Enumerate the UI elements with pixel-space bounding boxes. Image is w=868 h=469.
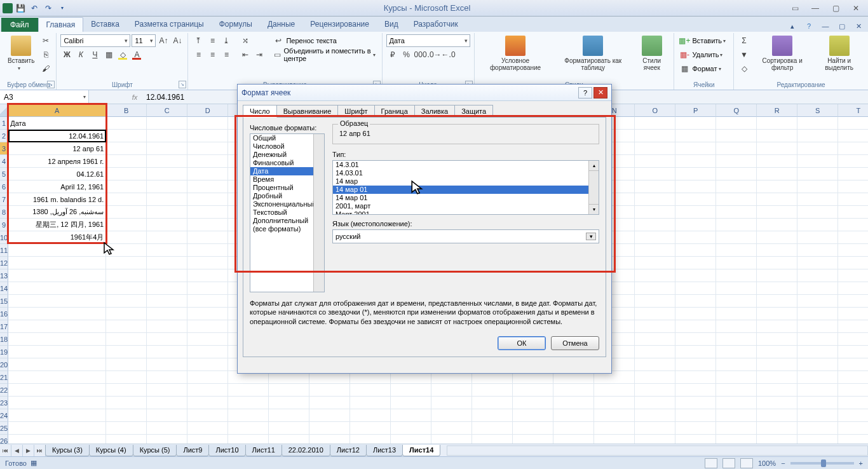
cell[interactable]: [147, 282, 187, 295]
cell[interactable]: [716, 155, 757, 168]
cell[interactable]: [716, 384, 757, 397]
cell[interactable]: [8, 358, 106, 371]
cell[interactable]: [757, 308, 797, 320]
cell[interactable]: Дата: [8, 117, 106, 130]
border-icon[interactable]: ▦: [102, 48, 115, 61]
cell[interactable]: [838, 269, 868, 282]
cell[interactable]: [106, 346, 147, 358]
cell[interactable]: [757, 231, 797, 244]
cell[interactable]: [757, 219, 797, 231]
cancel-button[interactable]: Отмена: [551, 336, 599, 350]
cell[interactable]: [838, 371, 868, 384]
row-header[interactable]: 8: [0, 206, 8, 219]
cell[interactable]: [431, 409, 472, 422]
cell[interactable]: [147, 409, 187, 422]
font-launcher[interactable]: ↘: [179, 81, 186, 88]
win-close-icon[interactable]: ✕: [853, 20, 864, 32]
decrease-font-icon[interactable]: A↓: [171, 34, 184, 47]
cell[interactable]: [757, 180, 797, 193]
row-header[interactable]: 22: [0, 384, 8, 397]
ribbon-tab-1[interactable]: Вставка: [83, 17, 127, 32]
cell[interactable]: [797, 308, 838, 320]
cell[interactable]: April 12, 1961: [8, 180, 106, 193]
cell[interactable]: [635, 371, 675, 384]
cell[interactable]: [147, 130, 187, 142]
cell[interactable]: [187, 231, 228, 244]
col-header[interactable]: S: [797, 104, 838, 117]
excel-icon[interactable]: [3, 3, 13, 13]
category-item[interactable]: Финансовый: [250, 159, 324, 167]
cell[interactable]: [187, 384, 228, 397]
cell[interactable]: [838, 244, 868, 257]
cell[interactable]: [106, 371, 147, 384]
col-header[interactable]: B: [106, 104, 147, 117]
align-top-icon[interactable]: ⤒: [192, 34, 205, 47]
cell[interactable]: [838, 155, 868, 168]
sheet-tab[interactable]: Лист10: [208, 445, 245, 456]
cell[interactable]: [147, 308, 187, 320]
cell[interactable]: [106, 333, 147, 346]
row-header[interactable]: 17: [0, 320, 8, 333]
category-item[interactable]: Денежный: [250, 151, 324, 159]
cell[interactable]: [675, 409, 716, 422]
cell[interactable]: [675, 295, 716, 308]
col-header[interactable]: C: [147, 104, 187, 117]
font-color-icon[interactable]: A: [130, 48, 143, 61]
cell[interactable]: [187, 180, 228, 193]
cell[interactable]: [716, 130, 757, 142]
delete-cells-button[interactable]: ▦-Удалить▾: [678, 48, 729, 61]
cell[interactable]: [309, 409, 350, 422]
cell[interactable]: [675, 193, 716, 206]
cell[interactable]: [106, 117, 147, 130]
cell[interactable]: [635, 219, 675, 231]
cell[interactable]: 1961 m. balandis 12 d.: [8, 193, 106, 206]
cell[interactable]: 04.12.61: [8, 168, 106, 180]
cell[interactable]: [472, 409, 513, 422]
cell[interactable]: [635, 257, 675, 269]
cell[interactable]: [635, 142, 675, 155]
cell[interactable]: [838, 384, 868, 397]
cell[interactable]: [757, 422, 797, 435]
cell[interactable]: [675, 308, 716, 320]
cell[interactable]: [635, 231, 675, 244]
cell[interactable]: [391, 397, 431, 409]
category-item[interactable]: Текстовый: [250, 208, 324, 217]
cell[interactable]: [838, 282, 868, 295]
cell[interactable]: [269, 384, 309, 397]
dialog-close-button[interactable]: ✕: [593, 87, 607, 99]
cell[interactable]: [757, 142, 797, 155]
cell[interactable]: [635, 117, 675, 130]
italic-icon[interactable]: К: [74, 48, 87, 61]
cell[interactable]: [716, 117, 757, 130]
cell[interactable]: [106, 295, 147, 308]
cell[interactable]: [8, 409, 106, 422]
fill-color-icon[interactable]: ◇: [116, 48, 129, 61]
ribbon-tab-0[interactable]: Главная: [38, 17, 84, 32]
category-item[interactable]: Экспоненциальный: [250, 200, 324, 208]
cell[interactable]: [147, 219, 187, 231]
sheet-nav-button[interactable]: ⏭: [34, 445, 46, 456]
type-item[interactable]: 14 мар: [333, 177, 599, 186]
cell[interactable]: [8, 295, 106, 308]
cell[interactable]: [838, 180, 868, 193]
dialog-titlebar[interactable]: Формат ячеек ? ✕: [238, 85, 611, 101]
cell[interactable]: [675, 206, 716, 219]
cell[interactable]: [757, 346, 797, 358]
cell[interactable]: [147, 193, 187, 206]
row-header[interactable]: 7: [0, 193, 8, 206]
cell[interactable]: [147, 168, 187, 180]
cell[interactable]: [838, 257, 868, 269]
cell[interactable]: [635, 308, 675, 320]
cell[interactable]: [675, 346, 716, 358]
scroll-down-icon[interactable]: ▾: [589, 204, 599, 214]
cell[interactable]: [187, 269, 228, 282]
cell[interactable]: [838, 219, 868, 231]
sheet-tab[interactable]: Курсы (4): [89, 445, 133, 456]
font-size-combo[interactable]: 11: [132, 34, 156, 47]
cell[interactable]: [228, 397, 269, 409]
cell[interactable]: [675, 142, 716, 155]
category-item[interactable]: Общий: [250, 134, 324, 142]
category-item[interactable]: Процентный: [250, 184, 324, 192]
cell[interactable]: [757, 282, 797, 295]
cell[interactable]: [8, 282, 106, 295]
